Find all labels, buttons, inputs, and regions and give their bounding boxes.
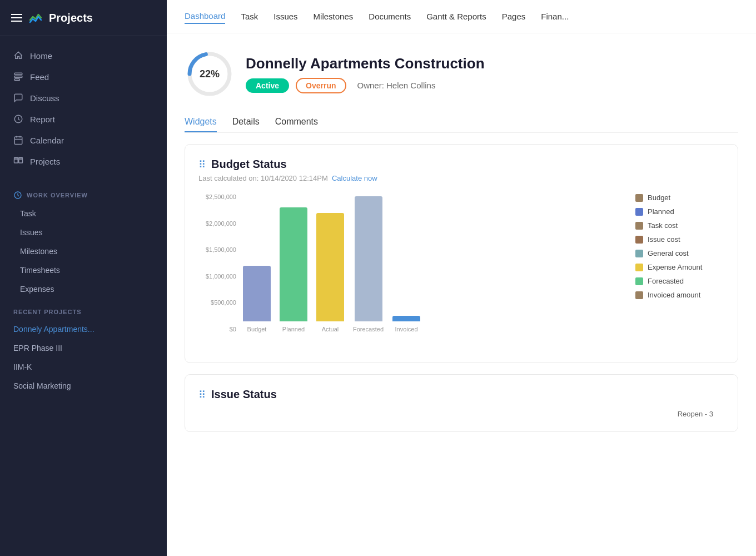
sidebar-item-projects[interactable]: Projects <box>0 151 167 172</box>
legend-invoiced-amount-color <box>635 291 643 299</box>
bar-group-planned: Planned <box>280 207 307 332</box>
tab-milestones[interactable]: Milestones <box>314 9 354 23</box>
chart-area: $2,500,000 $2,000,000 $1,500,000 $1,000,… <box>198 193 724 349</box>
recent-project-iim[interactable]: IIM-K <box>0 358 167 376</box>
home-icon <box>13 51 23 61</box>
sidebar-item-task[interactable]: Task <box>0 204 167 223</box>
budget-widget-title: Budget Status <box>211 158 287 171</box>
bar-group-actual: Actual <box>316 213 344 332</box>
widget-dots-icon: ⠿ <box>198 158 206 171</box>
legend-issue-cost: Issue cost <box>635 235 724 244</box>
bar-invoiced <box>392 316 420 321</box>
sidebar-item-calendar[interactable]: Calendar <box>0 130 167 151</box>
bar-group-invoiced: Invoiced <box>392 316 420 332</box>
projects-icon <box>13 156 23 166</box>
chart-wrapper: $2,500,000 $2,000,000 $1,500,000 $1,000,… <box>198 193 613 349</box>
svg-rect-0 <box>14 73 22 75</box>
bar-planned <box>280 207 307 321</box>
legend-task-cost: Task cost <box>635 221 724 230</box>
svg-rect-1 <box>14 76 22 78</box>
reopen-label: Reopen - 3 <box>678 410 713 418</box>
project-badges: Active Overrun Owner: Helen Collins <box>246 78 485 93</box>
bar-chart: $2,500,000 $2,000,000 $1,500,000 $1,000,… <box>198 193 613 349</box>
tab-dashboard[interactable]: Dashboard <box>185 9 225 24</box>
svg-rect-10 <box>14 157 18 158</box>
bar-group-budget: Budget <box>243 266 271 332</box>
hamburger-icon[interactable] <box>11 14 22 22</box>
report-icon <box>13 114 23 124</box>
legend-expense-amount: Expense Amount <box>635 263 724 271</box>
issue-widget-title: Issue Status <box>211 388 277 401</box>
budget-status-widget: ⠿ Budget Status Last calculated on: 10/1… <box>185 144 738 363</box>
sidebar-item-milestones[interactable]: Milestones <box>0 242 167 261</box>
recent-project-social[interactable]: Social Marketing <box>0 376 167 395</box>
owner-text: Owner: Helen Collins <box>357 81 436 90</box>
tab-pages[interactable]: Pages <box>502 9 526 23</box>
recent-project-epr[interactable]: EPR Phase III <box>0 339 167 358</box>
legend-issue-cost-color <box>635 236 643 244</box>
sidebar-item-timesheets[interactable]: Timesheets <box>0 261 167 280</box>
feed-icon <box>13 72 23 82</box>
legend-invoiced-amount: Invoiced amount <box>635 291 724 299</box>
tab-gantt[interactable]: Gantt & Reports <box>426 9 486 23</box>
issue-widget-header: ⠿ Issue Status <box>198 388 724 401</box>
page-content: 22% Donnelly Apartments Construction Act… <box>167 33 756 556</box>
svg-rect-8 <box>14 159 18 163</box>
legend-general-cost: General cost <box>635 249 724 257</box>
legend-general-cost-color <box>635 250 643 257</box>
calendar-icon <box>13 135 23 145</box>
work-overview-label: WORK OVERVIEW <box>0 181 167 204</box>
bar-forecasted <box>355 196 382 321</box>
legend-planned-color <box>635 208 643 216</box>
svg-rect-9 <box>19 159 23 163</box>
project-info: Donnelly Apartments Construction Active … <box>246 55 485 93</box>
sidebar-item-feed[interactable]: Feed <box>0 66 167 87</box>
bar-group-forecasted: Forecasted <box>353 196 384 332</box>
main-content: Dashboard Task Issues Milestones Documen… <box>167 0 756 556</box>
svg-rect-4 <box>14 137 22 145</box>
tab-widgets[interactable]: Widgets <box>185 112 217 132</box>
budget-widget-subtitle: Last calculated on: 10/14/2020 12:14PM C… <box>198 174 724 182</box>
progress-ring: 22% <box>185 49 235 99</box>
sidebar-title: Projects <box>49 12 93 24</box>
sidebar: Projects Home Feed Discuss Report Calend… <box>0 0 167 556</box>
sidebar-header: Projects <box>0 0 167 36</box>
legend-planned: Planned <box>635 207 724 216</box>
calculate-now-link[interactable]: Calculate now <box>332 174 377 182</box>
budget-widget-header: ⠿ Budget Status <box>198 158 724 171</box>
sidebar-nav: Home Feed Discuss Report Calendar Projec… <box>0 36 167 181</box>
tab-issues[interactable]: Issues <box>273 9 297 23</box>
svg-rect-2 <box>14 79 19 81</box>
legend-forecasted: Forecasted <box>635 277 724 285</box>
bars-container: Budget Planned Actual <box>243 193 613 332</box>
tab-comments[interactable]: Comments <box>275 112 318 132</box>
issue-status-widget: ⠿ Issue Status Reopen - 3 <box>185 374 738 432</box>
sidebar-item-issues[interactable]: Issues <box>0 223 167 242</box>
issue-widget-dots-icon: ⠿ <box>198 389 206 401</box>
recent-project-donnely[interactable]: Donnely Appartments... <box>0 320 167 339</box>
work-overview-icon <box>13 191 22 200</box>
sidebar-item-home[interactable]: Home <box>0 45 167 66</box>
tab-task[interactable]: Task <box>241 9 258 23</box>
badge-overrun: Overrun <box>296 78 346 93</box>
tab-details[interactable]: Details <box>232 112 260 132</box>
project-header: 22% Donnelly Apartments Construction Act… <box>185 49 738 99</box>
sidebar-item-discuss[interactable]: Discuss <box>0 87 167 108</box>
legend-expense-amount-color <box>635 264 643 271</box>
badge-active: Active <box>246 78 289 93</box>
legend-budget: Budget <box>635 193 724 202</box>
legend-task-cost-color <box>635 222 643 230</box>
progress-label: 22% <box>200 68 220 80</box>
content-tabs: Widgets Details Comments <box>185 112 738 133</box>
project-title: Donnelly Apartments Construction <box>246 55 485 72</box>
sidebar-item-report[interactable]: Report <box>0 108 167 130</box>
bar-actual <box>316 213 344 321</box>
tab-documents[interactable]: Documents <box>369 9 411 23</box>
discuss-icon <box>13 93 23 103</box>
svg-rect-11 <box>19 157 23 158</box>
sidebar-item-expenses[interactable]: Expenses <box>0 280 167 299</box>
tab-finan[interactable]: Finan... <box>541 9 569 23</box>
top-navigation: Dashboard Task Issues Milestones Documen… <box>167 0 756 33</box>
logo-icon <box>28 10 43 26</box>
y-axis: $2,500,000 $2,000,000 $1,500,000 $1,000,… <box>198 193 241 332</box>
